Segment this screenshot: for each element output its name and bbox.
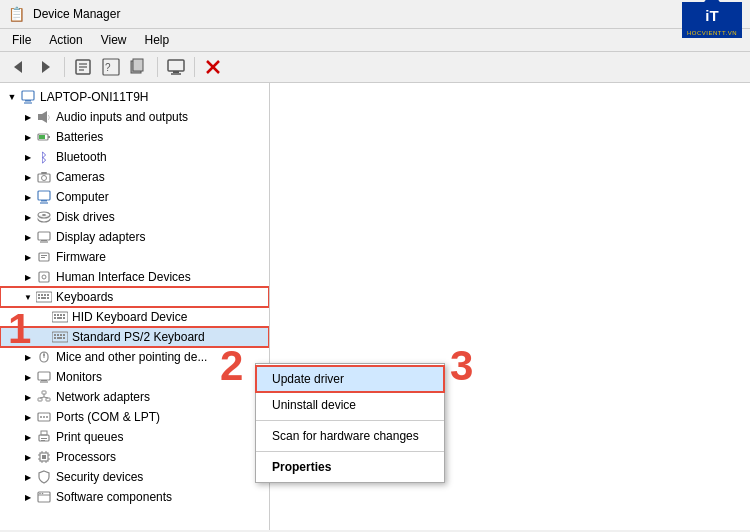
disk-toggle[interactable]: ▶ <box>20 209 36 225</box>
svg-rect-12 <box>168 60 184 71</box>
tree-item-keyboards[interactable]: ▼ Keyboards <box>0 287 269 307</box>
step-1: 1 <box>8 308 31 350</box>
svg-point-44 <box>42 275 46 279</box>
svg-marker-2 <box>14 61 22 73</box>
ports-toggle[interactable]: ▶ <box>20 409 36 425</box>
camera-icon <box>36 169 52 185</box>
hid-keyboard-label: HID Keyboard Device <box>72 310 187 324</box>
tree-item-display[interactable]: ▶ Display adapters <box>0 227 269 247</box>
tree-item-processors[interactable]: ▶ Processors <box>0 447 269 467</box>
tree-root[interactable]: ▼ LAPTOP-ONI11T9H <box>0 87 269 107</box>
tree-item-computer[interactable]: ▶ Computer <box>0 187 269 207</box>
svg-rect-24 <box>48 136 50 138</box>
update-button[interactable]: ? <box>99 55 123 79</box>
bluetooth-toggle[interactable]: ▶ <box>20 149 36 165</box>
svg-rect-67 <box>57 337 62 339</box>
computer-icon <box>20 89 36 105</box>
security-toggle[interactable]: ▶ <box>20 469 36 485</box>
menu-help[interactable]: Help <box>137 31 178 49</box>
network-icon <box>36 389 52 405</box>
svg-rect-64 <box>60 334 62 336</box>
menu-bar: File Action View Help <box>0 29 750 52</box>
svg-rect-49 <box>47 294 49 296</box>
tree-item-security[interactable]: ▶ Security devices <box>0 467 269 487</box>
svg-rect-63 <box>57 334 59 336</box>
tree-item-batteries[interactable]: ▶ Batteries <box>0 127 269 147</box>
menu-file[interactable]: File <box>4 31 39 49</box>
context-update-driver[interactable]: Update driver <box>256 366 444 392</box>
tree-item-bluetooth[interactable]: ▶ ᛒ Bluetooth <box>0 147 269 167</box>
ps2-keyboard-label: Standard PS/2 Keyboard <box>72 330 205 344</box>
display-toggle[interactable]: ▶ <box>20 229 36 245</box>
firmware-label: Firmware <box>56 250 106 264</box>
print-toggle[interactable]: ▶ <box>20 429 36 445</box>
root-toggle[interactable]: ▼ <box>4 89 20 105</box>
context-uninstall-device[interactable]: Uninstall device <box>256 392 444 418</box>
delete-button[interactable] <box>201 55 225 79</box>
step-2: 2 <box>220 345 243 387</box>
bluetooth-label: Bluetooth <box>56 150 107 164</box>
tree-item-network[interactable]: ▶ Network adapters <box>0 387 269 407</box>
svg-rect-57 <box>63 314 65 316</box>
svg-rect-48 <box>44 294 46 296</box>
tree-panel[interactable]: ▼ LAPTOP-ONI11T9H ▶ ) Audio inputs an <box>0 83 270 530</box>
display-icon <box>36 229 52 245</box>
svg-point-84 <box>46 416 48 418</box>
logo-box: iT HOCVIENTT.VN <box>682 2 742 38</box>
svg-rect-31 <box>41 200 47 202</box>
svg-rect-86 <box>41 431 47 435</box>
svg-rect-51 <box>41 297 46 299</box>
mice-icon <box>36 349 52 365</box>
menu-action[interactable]: Action <box>41 31 90 49</box>
audio-toggle[interactable]: ▶ <box>20 109 36 125</box>
network-toggle[interactable]: ▶ <box>20 389 36 405</box>
svg-point-36 <box>42 214 46 216</box>
svg-rect-56 <box>60 314 62 316</box>
tree-item-hid-keyboard[interactable]: HID Keyboard Device <box>0 307 269 327</box>
menu-view[interactable]: View <box>93 31 135 49</box>
back-button[interactable] <box>6 55 30 79</box>
svg-rect-38 <box>41 240 47 241</box>
scan-button[interactable] <box>127 55 151 79</box>
ports-label: Ports (COM & LPT) <box>56 410 160 424</box>
batteries-toggle[interactable]: ▶ <box>20 129 36 145</box>
firmware-toggle[interactable]: ▶ <box>20 249 36 265</box>
batteries-label: Batteries <box>56 130 103 144</box>
toolbar-sep-1 <box>64 57 65 77</box>
context-properties[interactable]: Properties <box>256 454 444 480</box>
hid-toggle[interactable]: ▶ <box>20 269 36 285</box>
svg-text:): ) <box>48 114 50 120</box>
tree-item-hid[interactable]: ▶ Human Interface Devices <box>0 267 269 287</box>
keyboards-toggle[interactable]: ▼ <box>20 289 36 305</box>
tree-item-software[interactable]: ▶ Software components <box>0 487 269 507</box>
hid-icon <box>36 269 52 285</box>
tree-item-diskdrives[interactable]: ▶ Disk drives <box>0 207 269 227</box>
properties-button[interactable] <box>71 55 95 79</box>
mice-label: Mice and other pointing de... <box>56 350 207 364</box>
svg-marker-21 <box>42 111 47 123</box>
tree-item-printqueues[interactable]: ▶ Print queues <box>0 427 269 447</box>
cameras-toggle[interactable]: ▶ <box>20 169 36 185</box>
update-driver-label: Update driver <box>272 372 344 386</box>
bluetooth-icon: ᛒ <box>36 149 52 165</box>
svg-point-82 <box>40 416 42 418</box>
tree-item-cameras[interactable]: ▶ Cameras <box>0 167 269 187</box>
tree-item-firmware[interactable]: ▶ Firmware <box>0 247 269 267</box>
ps2-keyboard-icon <box>52 329 68 345</box>
software-toggle[interactable]: ▶ <box>20 489 36 505</box>
tree-item-audio[interactable]: ▶ ) Audio inputs and outputs <box>0 107 269 127</box>
root-label: LAPTOP-ONI11T9H <box>40 90 148 104</box>
monitor-button[interactable] <box>164 55 188 79</box>
svg-rect-37 <box>38 232 50 240</box>
processors-toggle[interactable]: ▶ <box>20 449 36 465</box>
monitors-toggle[interactable]: ▶ <box>20 369 36 385</box>
security-icon <box>36 469 52 485</box>
svg-rect-60 <box>63 317 65 319</box>
security-label: Security devices <box>56 470 143 484</box>
svg-rect-47 <box>41 294 43 296</box>
forward-button[interactable] <box>34 55 58 79</box>
context-scan-hardware[interactable]: Scan for hardware changes <box>256 423 444 449</box>
computer-toggle[interactable]: ▶ <box>20 189 36 205</box>
tree-item-ports[interactable]: ▶ Ports (COM & LPT) <box>0 407 269 427</box>
svg-rect-77 <box>46 398 50 401</box>
